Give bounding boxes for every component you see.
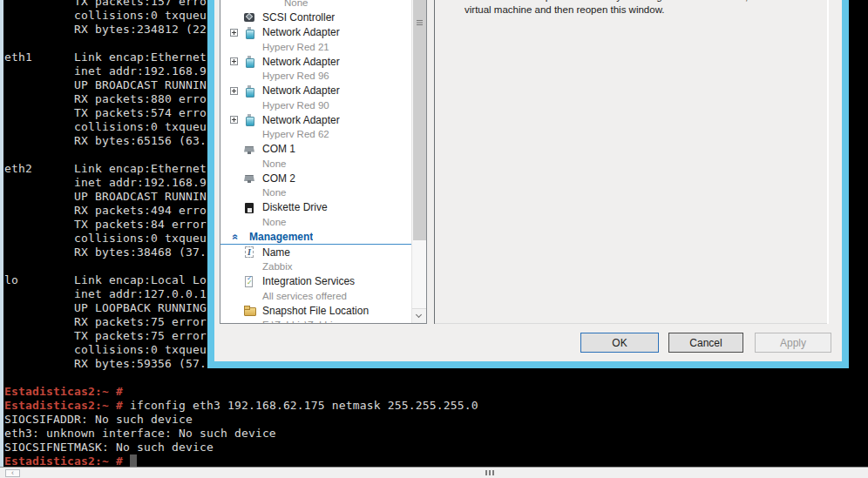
hardware-list-scrollbar[interactable] <box>411 0 426 323</box>
hardware-item-label: Snapshot File Location <box>262 305 369 317</box>
scrollbar-down-button[interactable] <box>412 308 426 323</box>
hardware-item-label: Diskette Drive <box>262 201 328 213</box>
scrollbar-grip-icon <box>485 470 487 475</box>
hardware-item-sublabel: None <box>220 157 411 172</box>
terminal-line <box>4 371 478 385</box>
terminal-line: Estadisticas2:~ # ifconfig eth3 192.168.… <box>4 399 478 413</box>
scroll-left-icon: ‹ <box>11 468 14 477</box>
panel-separator <box>434 0 435 324</box>
hardware-item-network-adapter[interactable]: Network Adapter <box>220 25 411 40</box>
hardware-item-name[interactable]: Name <box>220 245 411 259</box>
ok-button[interactable]: OK <box>580 333 659 353</box>
hardware-item-label: Network Adapter <box>262 56 340 68</box>
vm-settings-dialog: NoneSCSI ControllerNetwork AdapterHyperv… <box>207 0 849 368</box>
network-adapter-icon <box>243 85 255 97</box>
panel-right-edge <box>827 0 829 324</box>
terminal-line: eth3: unknown interface: No such device <box>4 427 478 441</box>
hardware-item-sublabel: Zabbix <box>220 259 411 274</box>
hardware-item-network-adapter[interactable]: Network Adapter <box>220 84 411 98</box>
cancel-button[interactable]: Cancel <box>668 333 743 353</box>
collapse-chevron-icon[interactable]: « <box>229 232 241 242</box>
horizontal-scrollbar[interactable]: ‹ <box>0 467 868 478</box>
expand-plus-icon[interactable] <box>230 116 238 124</box>
apply-button[interactable]: Apply <box>755 333 831 353</box>
hardware-item-sublabel: None <box>220 185 411 200</box>
hardware-item-network-adapter[interactable]: Network Adapter <box>220 54 411 69</box>
hardware-item-diskette-drive[interactable]: Diskette Drive <box>220 200 411 215</box>
hardware-list-items: NoneSCSI ControllerNetwork AdapterHyperv… <box>220 0 411 324</box>
expand-plus-icon[interactable] <box>230 87 238 95</box>
panel-bottom-edge <box>435 323 827 324</box>
window-edge-strip <box>0 0 3 468</box>
hardware-item-scsi-controller[interactable]: SCSI Controller <box>220 10 411 25</box>
hardware-item-label: SCSI Controller <box>262 11 335 24</box>
hardware-item-com-2[interactable]: COM 2 <box>220 171 411 185</box>
chevron-down-icon <box>416 312 422 318</box>
hardware-item-integration-services[interactable]: Integration Services <box>220 274 411 289</box>
message-line: virtual machine and then reopen this win… <box>465 3 822 17</box>
network-adapter-icon <box>243 114 255 125</box>
hardware-item-sublabel: E:\Zabbix\Zabbix <box>220 318 411 324</box>
com-port-icon <box>243 172 255 184</box>
network-adapter-icon <box>243 56 255 67</box>
terminal-line: SIOCSIFADDR: No such device <box>4 413 478 427</box>
screen: TX packets:157 erro collisions:0 txqueu … <box>0 0 868 478</box>
expand-plus-icon[interactable] <box>230 29 238 37</box>
hardware-item-label: Network Adapter <box>262 114 340 126</box>
hardware-item-com-1[interactable]: COM 1 <box>220 142 411 157</box>
hardware-item-label: COM 1 <box>262 143 295 155</box>
scrollbar-grip-icon <box>417 20 423 21</box>
floppy-drive-icon <box>243 202 255 213</box>
terminal-line: Estadisticas2:~ # <box>4 385 478 399</box>
hardware-item-sublabel: None <box>220 0 411 10</box>
hardware-item-sublabel: All services offered <box>220 289 411 304</box>
hardware-list: NoneSCSI ControllerNetwork AdapterHyperv… <box>220 0 427 324</box>
hardware-item-sublabel: Hyperv Red 62 <box>220 127 411 142</box>
hardware-item-network-adapter[interactable]: Network Adapter <box>220 112 411 127</box>
terminal-line: SIOCSIFNETMASK: No such device <box>4 441 478 454</box>
hardware-item-sublabel: Hyperv Red 21 <box>220 40 411 55</box>
section-header-management[interactable]: «Management <box>220 229 411 245</box>
expand-plus-icon[interactable] <box>230 57 238 65</box>
settings-unavailable-message: this window was opened. To modify a sett… <box>465 0 822 17</box>
snapshot-folder-icon <box>243 305 255 316</box>
hardware-item-label: Integration Services <box>262 275 355 287</box>
hardware-item-sublabel: None <box>220 215 411 230</box>
hardware-item-label: Network Adapter <box>262 26 340 38</box>
hardware-item-sublabel: Hyperv Red 96 <box>220 69 411 84</box>
section-label: Management <box>249 231 313 243</box>
com-port-icon <box>243 144 255 155</box>
hardware-item-label: COM 2 <box>262 172 295 185</box>
hardware-item-sublabel: Hyperv Red 90 <box>220 98 411 113</box>
integration-services-icon <box>243 276 255 287</box>
rename-icon <box>243 246 255 258</box>
hardware-item-snapshot-file-location[interactable]: Snapshot File Location <box>220 303 411 318</box>
scroll-left-button[interactable]: ‹ <box>5 469 20 477</box>
scsi-controller-icon <box>243 12 255 24</box>
hardware-item-label: Network Adapter <box>262 84 340 97</box>
scrollbar-thumb[interactable] <box>413 0 426 240</box>
hardware-item-label: Name <box>262 246 290 259</box>
network-adapter-icon <box>243 27 255 38</box>
